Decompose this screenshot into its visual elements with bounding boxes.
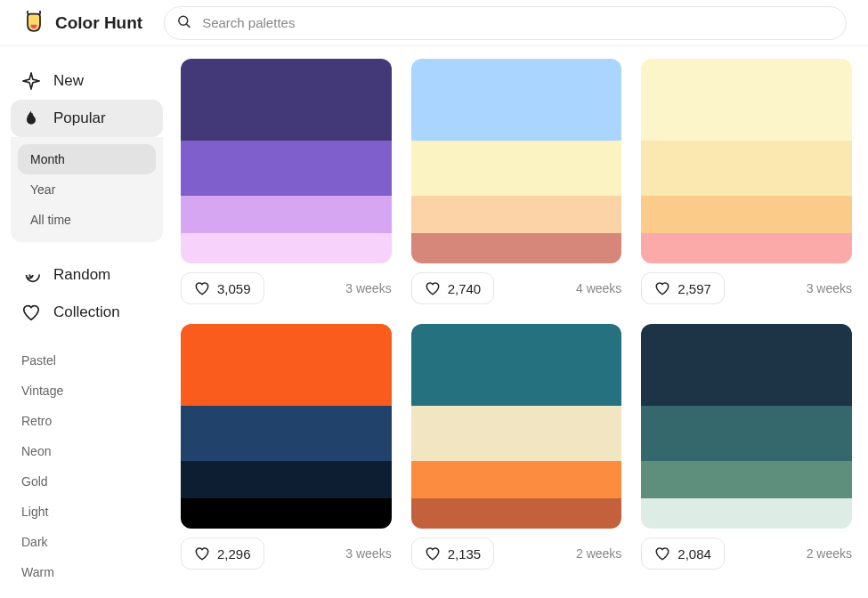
like-button[interactable]: 2,597 bbox=[641, 272, 725, 304]
like-button[interactable]: 2,296 bbox=[181, 537, 264, 570]
color-stripe[interactable] bbox=[411, 498, 622, 529]
color-stripe[interactable] bbox=[641, 59, 852, 141]
search-icon bbox=[176, 13, 191, 32]
nav-new[interactable]: New bbox=[11, 62, 163, 100]
palette[interactable] bbox=[181, 324, 392, 529]
palette-card: 3,0593 weeks bbox=[181, 59, 392, 304]
color-stripe[interactable] bbox=[641, 196, 852, 232]
popular-subnav: Month Year All time bbox=[11, 137, 163, 242]
like-button[interactable]: 3,059 bbox=[181, 272, 264, 304]
palette-card: 2,2963 weeks bbox=[181, 324, 392, 570]
color-stripe[interactable] bbox=[181, 141, 392, 196]
nav-label: Random bbox=[53, 266, 110, 284]
color-stripe[interactable] bbox=[641, 233, 852, 264]
color-stripe[interactable] bbox=[181, 461, 392, 497]
palette-grid: 3,0593 weeks2,7404 weeks2,5973 weeks2,29… bbox=[181, 59, 852, 570]
color-stripe[interactable] bbox=[181, 59, 392, 141]
heart-icon bbox=[654, 280, 670, 296]
tag-vintage[interactable]: Vintage bbox=[21, 376, 152, 406]
spiral-icon bbox=[21, 265, 41, 285]
card-footer: 2,0842 weeks bbox=[641, 537, 852, 570]
color-stripe[interactable] bbox=[411, 461, 622, 497]
palette-age: 4 weeks bbox=[576, 281, 621, 295]
tag-light[interactable]: Light bbox=[21, 497, 152, 527]
like-button[interactable]: 2,135 bbox=[411, 537, 495, 570]
nav-label: New bbox=[53, 72, 84, 90]
like-count: 3,059 bbox=[217, 281, 251, 296]
like-count: 2,084 bbox=[677, 546, 711, 562]
card-footer: 2,1352 weeks bbox=[411, 537, 622, 570]
palette-card: 2,1352 weeks bbox=[411, 324, 622, 570]
color-stripe[interactable] bbox=[411, 324, 622, 406]
color-stripe[interactable] bbox=[411, 141, 622, 196]
palette-card: 2,7404 weeks bbox=[411, 59, 622, 304]
tag-gold[interactable]: Gold bbox=[21, 466, 152, 497]
palette-card: 2,0842 weeks bbox=[641, 324, 852, 570]
like-count: 2,597 bbox=[677, 281, 711, 296]
card-footer: 3,0593 weeks bbox=[181, 272, 392, 304]
color-stripe[interactable] bbox=[411, 59, 622, 141]
search-input[interactable] bbox=[164, 6, 847, 40]
tag-dark[interactable]: Dark bbox=[21, 527, 152, 557]
color-stripe[interactable] bbox=[181, 233, 392, 264]
palette[interactable] bbox=[641, 59, 852, 263]
like-count: 2,296 bbox=[217, 546, 251, 562]
logo[interactable]: Color Hunt bbox=[21, 11, 142, 36]
nav-label: Collection bbox=[53, 303, 120, 321]
color-stripe[interactable] bbox=[411, 233, 622, 264]
heart-icon bbox=[194, 545, 210, 562]
heart-icon bbox=[425, 280, 441, 296]
card-footer: 2,7404 weeks bbox=[411, 272, 622, 304]
like-count: 2,740 bbox=[448, 281, 482, 296]
tag-neon[interactable]: Neon bbox=[21, 436, 152, 466]
nav-label: Popular bbox=[53, 109, 106, 127]
logo-text: Color Hunt bbox=[55, 13, 142, 33]
header: Color Hunt bbox=[0, 0, 868, 46]
subnav-year[interactable]: Year bbox=[18, 174, 156, 205]
color-stripe[interactable] bbox=[181, 324, 392, 406]
tags-section: Pastel Vintage Retro Neon Gold Light Dar… bbox=[11, 331, 163, 587]
search-wrap bbox=[164, 6, 847, 40]
color-stripe[interactable] bbox=[641, 406, 852, 461]
tag-retro[interactable]: Retro bbox=[21, 406, 152, 436]
sparkle-icon bbox=[21, 71, 41, 91]
palette[interactable] bbox=[411, 324, 622, 529]
subnav-alltime[interactable]: All time bbox=[18, 205, 156, 235]
palette-age: 2 weeks bbox=[576, 546, 621, 561]
like-button[interactable]: 2,084 bbox=[641, 537, 725, 570]
tag-pastel[interactable]: Pastel bbox=[21, 345, 152, 376]
palette-card: 2,5973 weeks bbox=[641, 59, 852, 304]
color-stripe[interactable] bbox=[411, 406, 622, 461]
palette-age: 3 weeks bbox=[345, 281, 391, 295]
nav-collection[interactable]: Collection bbox=[11, 294, 163, 331]
nav-random[interactable]: Random bbox=[11, 256, 163, 294]
color-stripe[interactable] bbox=[181, 196, 392, 232]
tag-warm[interactable]: Warm bbox=[21, 557, 152, 587]
color-stripe[interactable] bbox=[411, 196, 622, 232]
color-stripe[interactable] bbox=[641, 141, 852, 196]
heart-icon bbox=[425, 545, 441, 562]
palette-age: 3 weeks bbox=[345, 546, 391, 561]
color-stripe[interactable] bbox=[641, 498, 852, 529]
card-footer: 2,2963 weeks bbox=[181, 537, 392, 570]
heart-icon bbox=[194, 280, 210, 296]
like-count: 2,135 bbox=[448, 546, 482, 562]
svg-line-3 bbox=[187, 23, 190, 26]
color-stripe[interactable] bbox=[181, 498, 392, 529]
subnav-month[interactable]: Month bbox=[18, 144, 156, 174]
color-stripe[interactable] bbox=[641, 324, 852, 406]
sidebar: New Popular Month Year All time Random C… bbox=[0, 46, 174, 598]
heart-icon bbox=[654, 545, 670, 562]
card-footer: 2,5973 weeks bbox=[641, 272, 852, 304]
like-button[interactable]: 2,740 bbox=[411, 272, 495, 304]
heart-icon bbox=[21, 303, 41, 322]
logo-icon bbox=[21, 11, 46, 36]
color-stripe[interactable] bbox=[641, 461, 852, 497]
palette[interactable] bbox=[181, 59, 392, 263]
nav-popular[interactable]: Popular bbox=[11, 100, 163, 137]
palette[interactable] bbox=[641, 324, 852, 529]
flame-icon bbox=[21, 109, 41, 128]
color-stripe[interactable] bbox=[181, 406, 392, 461]
palette-age: 3 weeks bbox=[807, 281, 852, 295]
palette[interactable] bbox=[411, 59, 622, 263]
